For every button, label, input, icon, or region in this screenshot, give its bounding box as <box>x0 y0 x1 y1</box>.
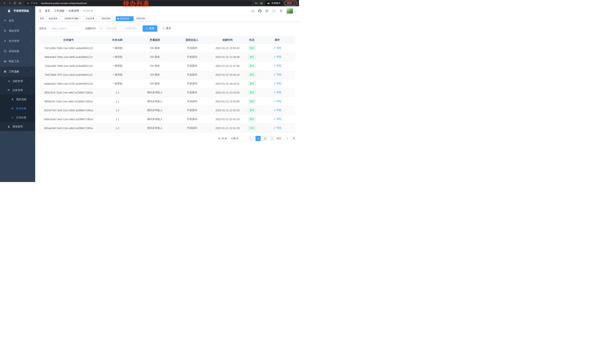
sidebar-item-infra[interactable]: 基础设施 <box>0 46 35 56</box>
sidebar-item-devtools[interactable]: 研发工具 <box>0 56 35 66</box>
browser-home-button[interactable] <box>17 0 23 6</box>
search-icon[interactable] <box>251 9 254 13</box>
password-key-button[interactable] <box>254 0 259 6</box>
tab[interactable]: 流程详情 <box>134 16 150 21</box>
prev-page-button[interactable] <box>249 136 254 141</box>
table-row: 069c6a63-7b8a-11ec-8ef0-acde48001122一级审批… <box>39 53 295 61</box>
tab-close-icon[interactable] <box>130 18 132 20</box>
goto-page-input[interactable] <box>283 136 291 141</box>
breadcrumb-item[interactable]: 首页 <box>45 9 50 13</box>
sidebar-item-todo-task[interactable]: 待办任务 <box>0 104 35 113</box>
browser-update-button[interactable]: 更新 <box>284 1 297 6</box>
approve-link[interactable]: 审批 <box>273 73 282 76</box>
page-size-select[interactable]: 10条/页 <box>229 136 247 141</box>
table-row: 381aa1dd-7ac8-11ec-a9e2-a2380e71991a1.2测… <box>39 124 295 133</box>
approve-label: 审批 <box>276 117 282 121</box>
table-row: a6aba0a4-7b6d-11ec-b781-acde48001122一级审批… <box>39 79 295 88</box>
tab-close-icon[interactable] <box>95 18 97 20</box>
cell-process: OA 请假 <box>137 61 173 70</box>
page-button-1[interactable]: 1 <box>256 136 261 141</box>
cell-process: 测试多审批人 <box>137 106 173 115</box>
browser-forward-button[interactable] <box>7 0 12 6</box>
chevron-down-icon <box>31 60 33 62</box>
cell-created: 2022-01-22 21:48:48 <box>211 53 244 61</box>
status-badge: 激活 <box>248 64 256 68</box>
cell-process: OA 请假 <box>137 53 173 61</box>
sidebar-item-label: 待办任务 <box>16 107 33 110</box>
cell-id: 069c6a63-7b8a-11ec-8ef0-acde48001122 <box>39 53 98 61</box>
sidebar-toggle-button[interactable] <box>38 9 42 13</box>
approve-link[interactable]: 审批 <box>273 46 282 50</box>
chevron-up-icon <box>31 71 33 73</box>
font-size-icon[interactable] <box>279 9 282 13</box>
search-button[interactable]: 搜索 <box>143 25 157 32</box>
check-icon <box>11 116 14 119</box>
sidebar-item-done-task[interactable]: 已办任务 <box>0 113 35 122</box>
column-header: 状态 <box>244 36 259 44</box>
cell-name: 一级审批 <box>98 70 137 79</box>
approve-link[interactable]: 审批 <box>273 82 282 85</box>
address-bar[interactable]: 不安全 dashboard.yudao.iocoder.cn/bpm/task/… <box>24 1 252 6</box>
tab-close-icon[interactable] <box>58 18 60 20</box>
github-icon[interactable] <box>258 9 261 13</box>
tab-close-icon[interactable] <box>79 18 81 20</box>
cell-actions: 审批 <box>259 106 295 115</box>
tab[interactable]: 已办任务 <box>84 16 99 21</box>
approve-link[interactable]: 审批 <box>273 108 282 112</box>
sidebar-item-system[interactable]: 系统管理 <box>0 26 35 36</box>
bookmark-star-button[interactable] <box>259 0 264 6</box>
date-range-picker[interactable]: 开始日期 - 结束日期 <box>98 25 141 32</box>
tab[interactable]: 流程表单-编辑 <box>63 16 83 21</box>
help-icon[interactable] <box>265 9 268 13</box>
app-logo[interactable]: 芋道管理系统 <box>0 6 35 16</box>
cell-initiator: 芋道源码 <box>173 61 211 70</box>
sidebar-item-process-mgmt[interactable]: 流程管理 <box>0 77 35 86</box>
cell-name: 1.2 <box>98 124 137 133</box>
approve-link[interactable]: 审批 <box>273 55 282 58</box>
cell-status: 激活 <box>244 44 259 53</box>
breadcrumb-item[interactable]: 任务管理 <box>68 9 79 13</box>
chevron-down-icon <box>31 80 33 82</box>
cell-id: 8f0d1619-7ac8-11ec-a9e2-a2380e71991a <box>39 88 98 97</box>
reset-button[interactable]: 重置 <box>159 25 174 32</box>
sidebar-item-payment[interactable]: 支付管理 <box>0 36 35 46</box>
tags-view: 首页发起流程流程表单-编辑已办任务我的流程待办任务流程详情 <box>35 16 299 22</box>
cell-initiator: 芋道源码 <box>173 70 211 79</box>
approve-link[interactable]: 审批 <box>273 126 282 129</box>
approve-link[interactable]: 审批 <box>273 100 282 103</box>
cell-process: OA 请假 <box>137 79 173 88</box>
browser-reload-button[interactable] <box>12 0 17 6</box>
sidebar-item-task-mgmt[interactable]: 任务管理 <box>0 86 35 95</box>
browser-menu-icon[interactable] <box>293 2 296 5</box>
breadcrumb-item[interactable]: 工作流程 <box>54 9 65 13</box>
browser-back-button[interactable] <box>2 0 7 6</box>
tab-label: 发起流程 <box>49 17 58 20</box>
tab[interactable]: 首页 <box>38 16 46 21</box>
cell-created: 2022-01-21 22:42:23 <box>211 115 244 124</box>
tab-close-icon[interactable] <box>146 18 148 20</box>
tab-close-icon[interactable] <box>111 18 113 20</box>
monitor-icon <box>4 50 7 53</box>
refresh-icon <box>162 27 165 30</box>
cell-name: 1.1 <box>98 97 137 106</box>
status-badge: 激活 <box>248 55 256 59</box>
page-button-2[interactable]: 2 <box>263 136 268 141</box>
sidebar-item-my-process[interactable]: 我的流程 <box>0 95 35 104</box>
process-name-input[interactable] <box>49 25 82 32</box>
sidebar-item-workflow[interactable]: 工作流程 <box>0 66 35 77</box>
range-separator: - <box>120 27 121 30</box>
tab[interactable]: 发起流程 <box>47 16 62 21</box>
tab[interactable]: 我的流程 <box>100 16 115 21</box>
gear-icon <box>4 29 7 32</box>
approve-link[interactable]: 审批 <box>273 64 282 67</box>
cell-status: 激活 <box>244 115 259 124</box>
user-avatar[interactable] <box>286 8 296 14</box>
approve-link[interactable]: 审批 <box>273 117 282 121</box>
sidebar-item-leave-query[interactable]: 请假查询 <box>0 122 35 131</box>
breadcrumb-item: 待办任务 <box>83 9 93 13</box>
tab[interactable]: 待办任务 <box>116 16 133 21</box>
fullscreen-icon[interactable] <box>272 9 275 13</box>
sidebar-item-home[interactable]: 首页 <box>0 16 35 26</box>
next-page-button[interactable] <box>270 136 275 141</box>
approve-link[interactable]: 审批 <box>273 91 282 94</box>
